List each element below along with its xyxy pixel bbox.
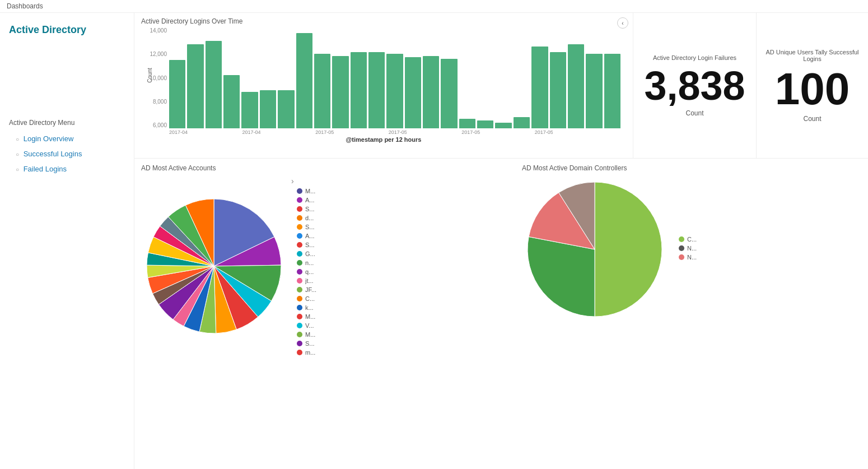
x-axis-label: [571, 129, 590, 135]
x-axis-label: [553, 129, 571, 135]
list-item: JF...: [297, 286, 398, 293]
legend-color-dot: [297, 305, 302, 310]
legend-label: S...: [305, 242, 315, 248]
legend-label: G...: [305, 250, 315, 257]
legend-label: m...: [305, 349, 315, 356]
unique-users-panel: AD Unique Users Tally Successful Logins …: [756, 13, 868, 158]
list-item: S...: [297, 242, 398, 248]
legend-color-dot: [297, 350, 302, 355]
list-item: M...: [297, 331, 398, 338]
legend-color-dot: [297, 323, 302, 328]
list-item: N...: [679, 254, 697, 261]
sidebar-item-failed-logins[interactable]: ○ Failed Logins: [0, 161, 134, 177]
breadcrumb: Dashboards: [7, 2, 43, 10]
list-item: S...: [297, 206, 398, 212]
legend-color-dot: [297, 278, 302, 284]
list-item: k...: [297, 304, 398, 311]
y-axis-label: 8,000: [153, 99, 167, 105]
legend-label: jt...: [305, 277, 314, 284]
domain-controllers-content: C...N...N...: [522, 177, 861, 322]
x-axis-label: 2017-04-28 20:00: [169, 129, 188, 135]
x-axis-label: [590, 129, 608, 135]
y-axis-label: 14,000: [150, 27, 167, 34]
legend-label: n...: [305, 259, 314, 266]
x-axis-label: 2017-05-02 20:00: [315, 129, 334, 135]
legend-color-dot: [679, 245, 684, 251]
bar: [477, 120, 493, 128]
legend-color-dot: [297, 197, 302, 203]
legend-label: S...: [305, 224, 315, 230]
x-axis-label: [224, 129, 242, 135]
unique-users-count: 100: [775, 67, 850, 112]
x-axis-label: [334, 129, 352, 135]
y-axis-label: 6,000: [153, 122, 167, 128]
list-item: C...: [297, 295, 398, 302]
legend-color-dot: [297, 287, 302, 292]
bar: [332, 56, 348, 128]
x-axis-label: [480, 129, 498, 135]
list-item: n...: [297, 259, 398, 266]
sidebar-menu-title: Active Directory Menu: [0, 114, 134, 131]
legend-label: d...: [305, 215, 314, 221]
bar: [495, 123, 511, 128]
x-axis-label: [206, 129, 224, 135]
active-accounts-legend: M...A...S...d...S...A...S...G...n...q...…: [297, 188, 398, 356]
list-item: q...: [297, 268, 398, 275]
bar-chart-container: Count 14,00012,00010,0008,0006,000 2017-…: [141, 27, 626, 145]
unique-users-title: AD Unique Users Tally Successful Logins: [762, 49, 862, 62]
active-accounts-content: › M...A...S...d...S...A...S...G...n...q.…: [141, 177, 508, 356]
x-axis-label: 2017-05-06 20:00: [461, 129, 480, 135]
list-item: G...: [297, 250, 398, 257]
sidebar-title: Active Directory: [0, 18, 134, 47]
legend-label: k...: [305, 304, 314, 311]
x-axis-title: @timestamp per 12 hours: [141, 136, 626, 143]
sidebar-item-successful-logins[interactable]: ○ Successful Logins: [0, 146, 134, 161]
bar: [351, 52, 367, 128]
legend-color-dot: [679, 254, 684, 260]
list-item: A...: [297, 233, 398, 239]
sidebar-item-login-overview[interactable]: ○ Login Overview: [0, 131, 134, 146]
legend-color-dot: [297, 341, 302, 346]
top-bar: Dashboards: [0, 0, 868, 13]
active-accounts-nav[interactable]: ›: [291, 177, 294, 185]
x-labels: 2017-04-28 20:002017-04-30 20:002017-05-…: [141, 129, 626, 135]
list-item: M...: [297, 313, 398, 320]
pie-slice: [595, 182, 662, 317]
x-axis-label: [516, 129, 535, 135]
x-axis-label: [425, 129, 444, 135]
legend-color-dot: [297, 224, 302, 230]
domain-controllers-pie: [522, 177, 668, 322]
x-axis-label: [498, 129, 517, 135]
legend-color-dot: [297, 233, 302, 239]
x-axis-label: [608, 129, 626, 135]
sidebar: Active Directory Active Directory Menu ○…: [0, 13, 134, 469]
legend-color-dot: [297, 206, 302, 212]
bar: [368, 52, 385, 128]
bar: [314, 54, 330, 128]
active-accounts-title: AD Most Active Accounts: [141, 164, 508, 172]
legend-label: S...: [305, 206, 315, 212]
x-axis-label: [188, 129, 206, 135]
legend-label: C...: [687, 236, 697, 243]
sidebar-link-successful-logins[interactable]: Successful Logins: [24, 150, 82, 158]
legend-color-dot: [297, 314, 302, 319]
chart-nav-arrow[interactable]: ‹: [617, 17, 628, 29]
bullet-icon: ○: [16, 166, 19, 173]
legend-label: A...: [305, 233, 315, 239]
login-failures-title: Active Directory Login Failures: [653, 54, 736, 61]
bottom-row: AD Most Active Accounts › M...A...S...d.…: [134, 159, 868, 469]
bar: [586, 54, 602, 128]
legend-color-dot: [297, 296, 302, 301]
domain-controllers-legend: C...N...N...: [679, 236, 697, 263]
list-item: jt...: [297, 277, 398, 284]
sidebar-link-login-overview[interactable]: Login Overview: [24, 134, 74, 143]
list-item: S...: [297, 224, 398, 230]
legend-color-dot: [297, 251, 302, 257]
sidebar-link-failed-logins[interactable]: Failed Logins: [24, 165, 67, 173]
legend-color-dot: [297, 188, 302, 194]
logins-chart-title: Active Directory Logins Over Time: [141, 17, 626, 25]
pie-slice: [528, 237, 595, 317]
legend-label: N...: [687, 245, 697, 252]
x-axis-label: [279, 129, 297, 135]
x-axis-label: [370, 129, 389, 135]
